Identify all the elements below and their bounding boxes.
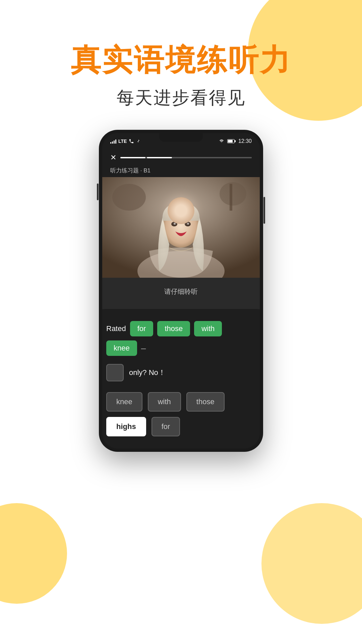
- option-those[interactable]: those: [186, 392, 225, 412]
- time-display: 12:30: [238, 138, 252, 144]
- selected-words-row: Rated for those with knee –: [106, 321, 256, 356]
- video-area: [102, 177, 260, 278]
- side-button-left: [97, 183, 99, 200]
- bluetooth-icon: [136, 139, 141, 144]
- selected-word-for[interactable]: for: [130, 321, 154, 336]
- progress-bar: [120, 157, 252, 158]
- only-text: only? No！: [129, 368, 166, 378]
- instructions-text: 请仔细聆听: [102, 278, 260, 306]
- status-bar-left: LTE: [110, 139, 141, 144]
- video-scene: [102, 177, 260, 278]
- sub-title: 每天进步看得见: [0, 86, 362, 110]
- phone-frame: LTE: [99, 130, 263, 452]
- progress-segment-3: [173, 157, 198, 158]
- option-for[interactable]: for: [152, 417, 180, 436]
- wifi-icon: [219, 139, 225, 144]
- lte-label: LTE: [118, 139, 127, 144]
- phone-call-icon: [129, 139, 134, 144]
- close-button[interactable]: ✕: [110, 153, 116, 162]
- blank-word-box[interactable]: [106, 364, 124, 381]
- svg-rect-3: [230, 184, 232, 211]
- progress-segment-1: [120, 157, 145, 158]
- progress-segment-5: [227, 157, 252, 158]
- selected-word-with[interactable]: with: [194, 321, 222, 336]
- dash-separator: –: [141, 343, 146, 354]
- level-label: 听力练习题 · B1: [102, 162, 260, 177]
- progress-segment-2: [147, 157, 172, 158]
- battery-icon: [227, 139, 236, 143]
- option-with[interactable]: with: [148, 392, 181, 412]
- progress-area: ✕: [102, 149, 260, 162]
- phone-wrapper: LTE: [0, 130, 362, 452]
- selected-word-those[interactable]: those: [157, 321, 190, 336]
- svg-point-2: [220, 182, 246, 206]
- only-row: only? No！: [106, 364, 256, 381]
- svg-point-1: [112, 184, 146, 211]
- scene-decoration: [102, 177, 260, 278]
- option-highs[interactable]: highs: [106, 417, 146, 436]
- option-knee[interactable]: knee: [106, 392, 142, 412]
- main-title: 真实语境练听力: [0, 44, 362, 77]
- phone-screen: LTE: [102, 133, 260, 448]
- signal-bars-icon: [110, 139, 116, 144]
- svg-point-9: [174, 223, 176, 225]
- decorative-circle-bottom-left: [0, 503, 67, 604]
- decorative-circle-bottom-right: [261, 503, 362, 624]
- progress-segment-4: [200, 157, 225, 158]
- svg-point-10: [187, 223, 189, 225]
- word-options-row: knee with those highs for: [106, 392, 256, 436]
- rated-label: Rated: [106, 324, 126, 333]
- phone-notch: [159, 133, 203, 142]
- header-section: 真实语境练听力 每天进步看得见: [0, 0, 362, 110]
- selected-word-knee[interactable]: knee: [106, 340, 137, 356]
- status-bar-right: 12:30: [219, 138, 252, 144]
- answer-panel: Rated for those with knee – only? No！ kn…: [102, 309, 260, 448]
- side-button-right: [263, 197, 265, 224]
